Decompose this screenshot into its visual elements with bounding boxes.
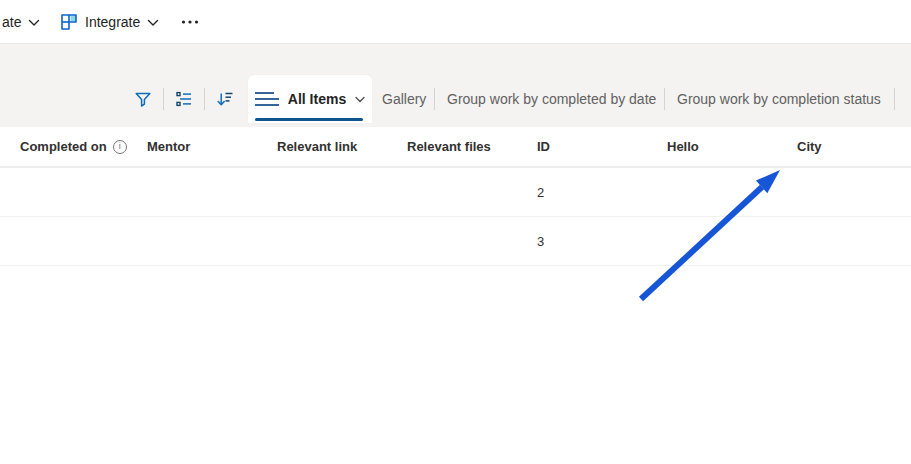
list-tool-icons (126, 82, 242, 116)
column-header-relevant-files[interactable]: Relevant files (407, 127, 537, 166)
toolbar-divider (664, 88, 665, 110)
filter-icon (133, 89, 153, 109)
automate-label: ate (2, 14, 21, 30)
integrate-grid-icon (60, 13, 78, 31)
column-header-label: Completed on (20, 139, 107, 154)
view-tab-label: All Items (288, 91, 346, 107)
column-header-label: City (797, 139, 822, 154)
toolbar-divider (163, 88, 164, 110)
column-header-city[interactable]: City (797, 127, 911, 166)
column-header-label: Relevant link (277, 139, 357, 154)
automate-menu-button[interactable]: ate (0, 6, 48, 38)
more-options-button[interactable] (172, 6, 208, 38)
outline-list-icon (174, 89, 194, 109)
sort-descending-button[interactable] (208, 82, 242, 116)
integrate-menu-button[interactable]: Integrate (52, 6, 167, 38)
view-tab-group-by-status[interactable]: Group work by completion status (670, 82, 888, 116)
chevron-down-icon (147, 19, 159, 27)
column-header-hello[interactable]: Hello (667, 127, 797, 166)
sharepoint-list-screen: ate Integrate (0, 0, 911, 464)
clipped-view-button[interactable] (902, 82, 911, 116)
toolbar-divider (894, 88, 895, 110)
column-header-label: Mentor (147, 139, 190, 154)
toolbar-divider (204, 88, 205, 110)
chevron-down-icon (355, 96, 365, 103)
column-header-mentor[interactable]: Mentor (147, 127, 277, 166)
integrate-label: Integrate (85, 14, 140, 30)
column-header-id[interactable]: ID (537, 127, 667, 166)
chevron-down-icon (28, 19, 40, 27)
outline-list-button[interactable] (167, 82, 201, 116)
column-header-relevant-link[interactable]: Relevant link (277, 127, 407, 166)
table-header-row: Completed on i Mentor Relevant link Rele… (0, 127, 911, 168)
ellipsis-icon (181, 19, 199, 25)
column-header-label: Relevant files (407, 139, 491, 154)
column-header-label: ID (537, 139, 550, 154)
toolbar-divider (434, 88, 435, 110)
cell-id: 2 (537, 185, 667, 200)
list-view-icon (255, 91, 279, 107)
filter-button[interactable] (126, 82, 160, 116)
column-header-completed-on[interactable]: Completed on i (20, 127, 147, 166)
table-row[interactable]: 3 (0, 217, 911, 266)
view-tab-group-by-date[interactable]: Group work by completed by date (440, 82, 663, 116)
info-icon[interactable]: i (113, 140, 127, 154)
table-row[interactable]: 2 (0, 168, 911, 217)
column-header-label: Hello (667, 139, 699, 154)
view-toolbar: All Items Gallery Group work by complete… (0, 44, 911, 127)
view-tab-all-items[interactable]: All Items (248, 75, 372, 123)
view-tab-gallery[interactable]: Gallery (375, 82, 433, 116)
sort-descending-icon (215, 89, 235, 109)
cell-id: 3 (537, 234, 667, 249)
top-command-bar: ate Integrate (0, 0, 911, 44)
